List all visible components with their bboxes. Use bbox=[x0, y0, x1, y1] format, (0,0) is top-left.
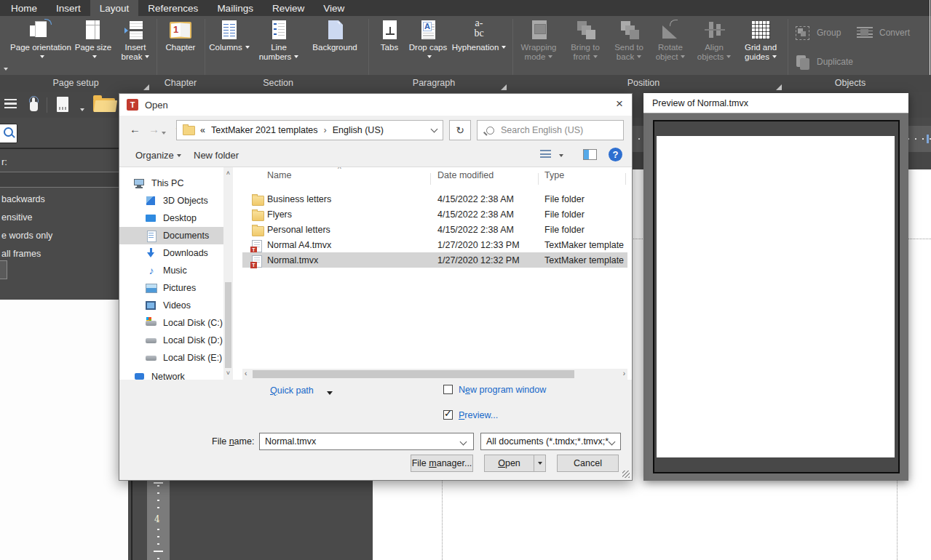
scroll-down-icon[interactable]: ˅ bbox=[223, 369, 233, 377]
file-row-personal-letters[interactable]: Personal letters 4/15/2022 2:38 AM File … bbox=[242, 222, 627, 237]
file-list-horizontal-scrollbar[interactable]: ‹ › bbox=[242, 369, 627, 380]
sidebar-item-music[interactable]: ♪ Music bbox=[119, 262, 223, 279]
ribbon-button-grid-and-guides[interactable]: Grid and guides bbox=[737, 18, 785, 73]
new-program-window-checkbox[interactable] bbox=[443, 385, 453, 394]
rotate-object-icon bbox=[658, 18, 683, 41]
file-type-select[interactable]: All documents (*.tmdx;*.tmvx;* bbox=[480, 433, 621, 450]
file-manager-button[interactable]: File manager... bbox=[411, 455, 473, 472]
sidebar-item-network[interactable]: Network bbox=[119, 368, 223, 380]
position-dialog-launcher-icon[interactable] bbox=[776, 84, 782, 90]
tab-mailings[interactable]: Mailings bbox=[207, 0, 263, 16]
paragraph-dialog-launcher-icon[interactable] bbox=[501, 84, 507, 90]
ribbon-button-page-size[interactable]: Page size bbox=[73, 18, 114, 73]
file-row-normal-selected[interactable]: T Normal.tmvx 1/27/2020 12:32 PM TextMak… bbox=[242, 252, 627, 268]
file-row-flyers[interactable]: Flyers 4/15/2022 2:38 AM File folder bbox=[242, 207, 627, 222]
ribbon-button-hyphenation[interactable]: a-bc Hyphenation bbox=[450, 18, 508, 73]
back-icon[interactable]: ← bbox=[130, 123, 140, 135]
file-row-business-letters[interactable]: Business letters 4/15/2022 2:38 AM File … bbox=[242, 191, 627, 207]
ribbon-button-chapter[interactable]: 1 Chapter bbox=[160, 18, 201, 73]
quick-path-link[interactable]: Quick path bbox=[270, 385, 314, 396]
dialog-resize-grip[interactable] bbox=[622, 471, 630, 478]
ribbon-button-duplicate: Duplicate bbox=[793, 54, 853, 70]
sidebar-item-3d-objects[interactable]: 3D Objects bbox=[119, 192, 223, 209]
help-icon[interactable]: ? bbox=[609, 148, 622, 161]
ribbon-button-columns[interactable]: Columns bbox=[207, 18, 252, 73]
option-search-all-frames[interactable]: all frames bbox=[1, 249, 41, 259]
menu-icon[interactable] bbox=[4, 99, 17, 109]
tab-layout[interactable]: Layout bbox=[90, 0, 139, 16]
refresh-icon[interactable]: ↻ bbox=[449, 120, 471, 140]
ribbon-button-drop-caps[interactable]: A Drop caps bbox=[408, 18, 448, 73]
sidebar-item-downloads[interactable]: Downloads bbox=[119, 244, 223, 262]
scroll-left-icon[interactable]: ‹ bbox=[245, 369, 247, 377]
ribbon-button-convert: Convert bbox=[856, 25, 910, 41]
tab-view[interactable]: View bbox=[314, 0, 354, 16]
open-file-icon[interactable] bbox=[93, 98, 115, 112]
search-term-input[interactable] bbox=[0, 172, 128, 188]
tab-references[interactable]: References bbox=[138, 0, 207, 16]
column-divider[interactable] bbox=[538, 173, 539, 185]
option-whole-words-only[interactable]: e words only bbox=[1, 231, 52, 241]
ribbon-button-line-numbers[interactable]: Line numbers bbox=[255, 18, 303, 73]
sidebar-item-local-disk-c[interactable]: Local Disk (C:) bbox=[119, 314, 223, 332]
breadcrumb[interactable]: « TextMaker 2021 templates › English (US… bbox=[176, 120, 443, 140]
file-name-dropdown-icon[interactable] bbox=[460, 439, 467, 446]
scroll-right-icon[interactable]: › bbox=[623, 369, 625, 377]
scroll-up-icon[interactable]: ˄ bbox=[223, 169, 233, 177]
file-name-input[interactable]: Normal.tmvx bbox=[259, 433, 474, 450]
option-search-backwards[interactable]: backwards bbox=[1, 194, 45, 204]
new-program-window-label[interactable]: New program window bbox=[459, 385, 546, 395]
column-divider[interactable] bbox=[625, 173, 626, 185]
sidebar-item-documents[interactable]: Documents bbox=[119, 227, 223, 244]
sidebar-item-this-pc[interactable]: This PC bbox=[119, 175, 223, 192]
column-header-date-modified[interactable]: Date modified bbox=[437, 170, 494, 180]
ribbon-button-tabs[interactable]: Tabs bbox=[373, 18, 406, 73]
clipped-ribbon-button-arrow-icon[interactable] bbox=[1, 63, 8, 76]
preview-checkbox[interactable]: ✓ bbox=[443, 410, 453, 420]
tab-home[interactable]: Home bbox=[1, 0, 47, 16]
sidebar-item-desktop[interactable]: Desktop bbox=[119, 209, 223, 227]
open-button[interactable]: Open bbox=[484, 455, 534, 472]
history-dropdown-icon[interactable] bbox=[162, 126, 166, 138]
preview-label[interactable]: Preview... bbox=[459, 410, 498, 420]
cancel-button[interactable]: Cancel bbox=[557, 455, 619, 472]
sidebar-item-pictures[interactable]: Pictures bbox=[119, 279, 223, 297]
file-type-dropdown-icon[interactable] bbox=[609, 439, 616, 446]
preview-panel: Preview of Normal.tmvx bbox=[643, 93, 908, 481]
scrollbar-thumb[interactable] bbox=[225, 282, 231, 368]
column-divider[interactable] bbox=[430, 173, 431, 185]
column-header-name[interactable]: Name bbox=[267, 170, 291, 180]
organize-button[interactable]: Organize bbox=[135, 150, 181, 161]
touch-mode-icon[interactable] bbox=[26, 96, 41, 113]
tab-insert[interactable]: Insert bbox=[47, 0, 90, 16]
breadcrumb-folder[interactable]: TextMaker 2021 templates bbox=[211, 125, 318, 135]
open-split-dropdown-icon[interactable] bbox=[534, 455, 546, 472]
search-panel-button[interactable] bbox=[0, 260, 7, 279]
sidebar-scrollbar[interactable]: ˄ ˅ bbox=[223, 167, 233, 380]
page-setup-dialog-launcher-icon[interactable] bbox=[143, 84, 149, 90]
new-document-dropdown-icon[interactable] bbox=[77, 103, 84, 116]
ribbon-button-background[interactable]: Background bbox=[306, 18, 364, 73]
breadcrumb-current[interactable]: English (US) bbox=[333, 125, 384, 135]
sidebar-item-local-disk-e[interactable]: Local Disk (E:) bbox=[119, 349, 223, 367]
sidebar-search-input[interactable] bbox=[0, 124, 17, 143]
new-document-icon[interactable] bbox=[57, 97, 68, 112]
view-mode-dropdown-icon[interactable] bbox=[556, 150, 563, 161]
breadcrumb-dropdown-icon[interactable] bbox=[431, 126, 438, 133]
ribbon-button-page-orientation[interactable]: Page orientation bbox=[10, 18, 71, 73]
ribbon-button-insert-break[interactable]: Insert break bbox=[115, 18, 156, 73]
view-mode-icon[interactable] bbox=[540, 150, 551, 159]
close-icon[interactable]: × bbox=[616, 97, 623, 111]
sidebar-item-local-disk-d[interactable]: Local Disk (D:) bbox=[119, 332, 223, 349]
scrollbar-thumb[interactable] bbox=[253, 370, 574, 378]
preview-pane-icon[interactable] bbox=[583, 149, 597, 160]
file-row-normal-a4[interactable]: T Normal A4.tmvx 1/27/2020 12:33 PM Text… bbox=[242, 237, 627, 252]
tab-review[interactable]: Review bbox=[263, 0, 314, 16]
quick-path-dropdown-icon[interactable] bbox=[324, 388, 333, 398]
new-folder-button[interactable]: New folder bbox=[194, 150, 239, 161]
dialog-search-box[interactable]: Search English (US) bbox=[477, 120, 624, 140]
breadcrumb-guillemet[interactable]: « bbox=[200, 125, 205, 135]
sidebar-item-videos[interactable]: Videos bbox=[119, 297, 223, 314]
column-header-type[interactable]: Type bbox=[544, 170, 564, 180]
option-case-sensitive[interactable]: ensitive bbox=[1, 212, 32, 223]
